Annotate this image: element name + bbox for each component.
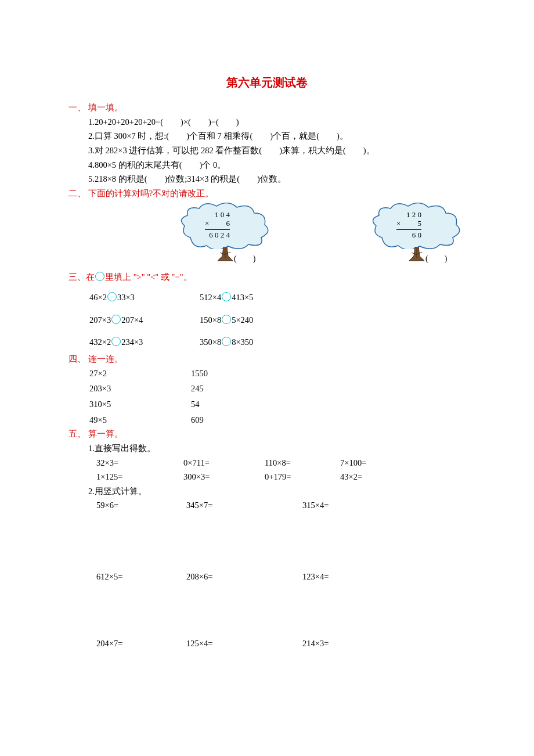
s1-item: 1.20+20+20+20+20=( )×( )=( ) bbox=[88, 115, 466, 129]
calc-row: 6 0 bbox=[396, 231, 421, 240]
section-1-body: 1.20+20+20+20+20=( )×( )=( ) 2.口算 300×7 … bbox=[68, 115, 466, 186]
s5-sub1: 1.直接写出得数。 bbox=[68, 441, 466, 456]
circle-icon bbox=[111, 337, 121, 346]
expr: 33×3 bbox=[117, 293, 135, 302]
cell: 208×6= bbox=[186, 570, 302, 584]
circle-icon bbox=[95, 272, 104, 281]
expr: 5×240 bbox=[232, 315, 253, 325]
s3-cell: 46×233×3 bbox=[89, 290, 194, 305]
expr: 8×350 bbox=[232, 337, 253, 347]
section-4-head: 四、 连一连。 bbox=[68, 352, 466, 366]
cell: 123×4= bbox=[302, 570, 392, 584]
tree-icon: 1 0 4 × 6 6 0 2 4 ( ) bbox=[179, 203, 272, 267]
s4-left: 27×2 bbox=[89, 366, 191, 381]
s1-item: 3.对 282×3 进行估算，可以把 282 看作整百数( )来算，积大约是( … bbox=[88, 143, 466, 158]
s4-left: 203×3 bbox=[89, 381, 191, 396]
expr: 350×8 bbox=[200, 337, 221, 347]
cell: 43×2= bbox=[340, 470, 404, 484]
trunk-icon bbox=[215, 247, 235, 262]
expr: 46×2 bbox=[89, 293, 107, 302]
section-5-grid1: 32×3= 0×711= 110×8= 7×100= 1×125= 300×3=… bbox=[68, 456, 466, 484]
cell: 0×711= bbox=[183, 456, 265, 470]
hr-icon bbox=[205, 229, 230, 230]
tree-icon: 1 2 0 × 5 6 0 ( ) bbox=[370, 203, 463, 267]
s4-right: 609 bbox=[191, 413, 466, 427]
answer-blank: ( ) bbox=[234, 252, 255, 266]
calc-row: 1 0 4 bbox=[205, 211, 230, 219]
expr: 432×2 bbox=[89, 337, 111, 347]
calc-row: × 5 bbox=[396, 219, 421, 228]
s4-right: 245 bbox=[191, 381, 466, 396]
cell: 7×100= bbox=[340, 456, 404, 470]
section-1-head: 一、 填一填。 bbox=[68, 100, 466, 115]
section-2-body: 1 0 4 × 6 6 0 2 4 ( ) 1 2 0 × 5 6 0 bbox=[68, 203, 466, 267]
cell: 315×4= bbox=[302, 498, 392, 513]
s3-head-b: 里填上 ">" "<" 或 "="。 bbox=[105, 272, 192, 282]
s5-sub2: 2.用竖式计算。 bbox=[68, 484, 466, 499]
cell: 214×3= bbox=[302, 636, 392, 651]
spacer bbox=[68, 513, 466, 570]
s3-cell: 432×2234×3 bbox=[89, 335, 194, 350]
cell: 204×7= bbox=[96, 636, 186, 651]
calc-row: 1 2 0 bbox=[396, 211, 421, 219]
cell: 125×4= bbox=[186, 636, 302, 651]
section-4-body: 27×21550 203×3245 310×554 49×5609 bbox=[68, 366, 466, 427]
s1-item: 2.口算 300×7 时，想:( )个百和 7 相乘得( )个百，就是( )。 bbox=[88, 129, 466, 143]
s3-cell: 207×3207×4 bbox=[89, 313, 194, 327]
section-5-grid2: 59×6= 345×7= 315×4= bbox=[68, 498, 466, 513]
expr: 207×3 bbox=[89, 315, 111, 325]
circle-icon bbox=[222, 315, 231, 324]
s3-cell: 150×85×240 bbox=[200, 313, 327, 327]
circle-icon bbox=[222, 292, 231, 301]
s1-item: 4.800×5 的积的末尾共有( )个 0。 bbox=[88, 158, 466, 172]
s4-left: 49×5 bbox=[89, 413, 191, 427]
s4-right: 54 bbox=[191, 397, 466, 412]
expr: 413×5 bbox=[232, 293, 253, 302]
s4-right: 1550 bbox=[191, 366, 466, 381]
section-5-head: 五、 算一算。 bbox=[68, 427, 466, 441]
s4-left: 310×5 bbox=[89, 397, 191, 412]
expr: 150×8 bbox=[200, 315, 221, 325]
page-title: 第六单元测试卷 bbox=[68, 73, 466, 92]
expr: 512×4 bbox=[200, 293, 221, 302]
expr: 234×3 bbox=[121, 337, 143, 347]
s1-item: 5.218×8 的积是( )位数;314×3 的积是( )位数。 bbox=[88, 172, 466, 186]
cell: 59×6= bbox=[96, 498, 186, 513]
section-3-body: 46×233×3 512×4413×5 207×3207×4 150×85×24… bbox=[68, 290, 466, 350]
cell: 32×3= bbox=[96, 456, 183, 470]
section-2-head: 二、 下面的计算对吗?不对的请改正。 bbox=[68, 186, 466, 201]
circle-icon bbox=[107, 292, 117, 301]
trunk-icon bbox=[407, 247, 427, 262]
section-5-grid2c: 204×7= 125×4= 214×3= bbox=[68, 636, 466, 651]
cell: 0+179= bbox=[265, 470, 340, 484]
answer-blank: ( ) bbox=[425, 252, 447, 266]
circle-icon bbox=[111, 315, 121, 324]
calc-row: 6 0 2 4 bbox=[205, 231, 230, 240]
spacer bbox=[68, 584, 466, 636]
expr: 207×4 bbox=[121, 315, 143, 325]
section-5-grid2b: 612×5= 208×6= 123×4= bbox=[68, 570, 466, 584]
circle-icon bbox=[222, 337, 231, 346]
calc-row: × 6 bbox=[205, 219, 230, 228]
calc-block: 1 0 4 × 6 6 0 2 4 bbox=[205, 211, 230, 240]
page-root: 第六单元测试卷 一、 填一填。 1.20+20+20+20+20=( )×( )… bbox=[0, 0, 534, 756]
cell: 300×3= bbox=[183, 470, 265, 484]
s3-cell: 512×4413×5 bbox=[200, 290, 327, 305]
cell: 612×5= bbox=[96, 570, 186, 584]
s3-head-a: 三、在 bbox=[68, 272, 95, 282]
calc-block: 1 2 0 × 5 6 0 bbox=[396, 211, 421, 240]
hr-icon bbox=[396, 229, 421, 230]
cell: 345×7= bbox=[186, 498, 302, 513]
s3-cell: 350×88×350 bbox=[200, 335, 327, 350]
section-3-head: 三、在里填上 ">" "<" 或 "="。 bbox=[68, 270, 466, 285]
cell: 1×125= bbox=[96, 470, 183, 484]
cell: 110×8= bbox=[265, 456, 340, 470]
